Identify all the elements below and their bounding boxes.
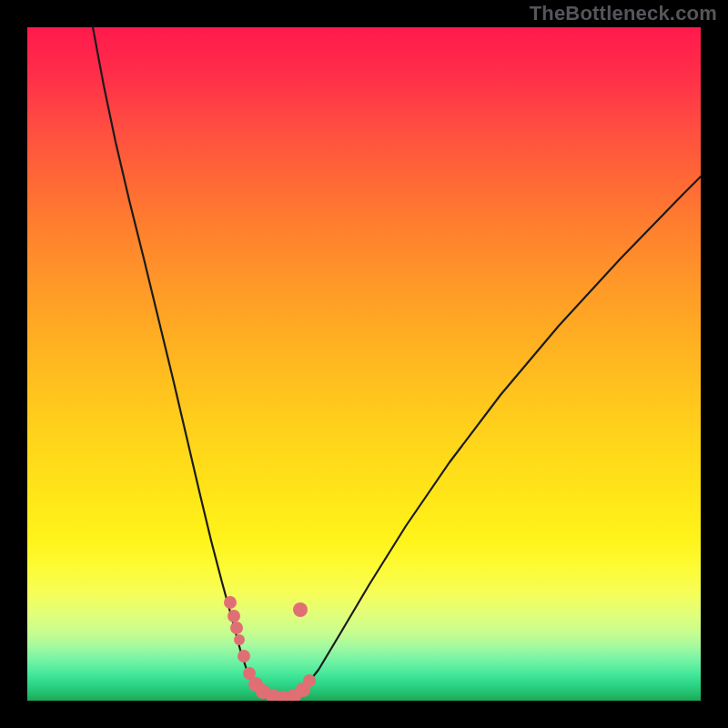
bottleneck-curve	[27, 27, 701, 701]
plot-area	[27, 27, 701, 701]
data-marker	[234, 634, 245, 645]
data-marker	[238, 650, 250, 662]
data-markers	[224, 596, 316, 701]
chart-frame: TheBottleneck.com	[0, 0, 728, 728]
data-marker	[293, 602, 308, 617]
data-marker	[303, 674, 316, 687]
watermark-text: TheBottleneck.com	[530, 2, 717, 25]
data-marker	[228, 610, 240, 622]
data-marker	[230, 622, 243, 634]
data-marker	[224, 596, 237, 609]
v-curve-path	[93, 27, 701, 699]
